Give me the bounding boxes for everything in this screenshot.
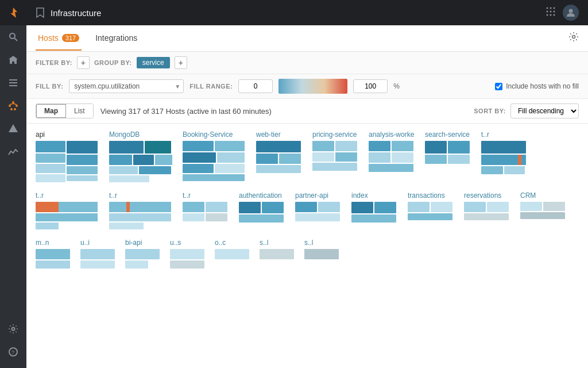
include-checkbox[interactable] <box>495 83 502 90</box>
group-index-map[interactable] <box>351 202 397 223</box>
svg-point-21 <box>572 36 575 39</box>
group-crm-label[interactable]: CRM <box>520 191 566 200</box>
group-webtier-map[interactable] <box>256 141 302 173</box>
sidebar-alerts[interactable] <box>0 117 26 140</box>
group-sl1: s..l <box>260 239 294 269</box>
group-search-label[interactable]: search-service <box>425 131 471 139</box>
group-mn-label[interactable]: m..n <box>36 239 70 247</box>
group-crm-map[interactable] <box>520 202 566 219</box>
group-sl2-map[interactable] <box>304 249 339 259</box>
svg-line-6 <box>10 103 13 105</box>
group-webtier: web-tier <box>256 131 302 182</box>
topbar: Infrastructure <box>26 0 588 25</box>
group-tr3-map[interactable] <box>109 202 172 229</box>
group-auth-label[interactable]: authentication <box>239 191 285 200</box>
group-reservations-label[interactable]: reservations <box>464 191 510 200</box>
group-analysis-label[interactable]: analysis-worke <box>369 131 415 139</box>
sort-select[interactable]: Fill descending <box>510 103 579 118</box>
sidebar-help[interactable]: ? <box>0 340 26 363</box>
group-webtier-label[interactable]: web-tier <box>256 131 302 139</box>
topbar-actions <box>546 5 579 21</box>
svg-point-19 <box>554 14 555 16</box>
group-us-label[interactable]: u..s <box>170 239 204 247</box>
group-tr3: t..r <box>109 191 172 229</box>
group-transactions-map[interactable] <box>408 202 454 220</box>
filter-by-label: FILTER BY: <box>36 59 72 66</box>
filter-add-button[interactable]: + <box>77 56 90 69</box>
svg-point-13 <box>554 7 555 9</box>
svg-point-20 <box>569 9 573 13</box>
group-tr2-label[interactable]: t..r <box>36 191 99 200</box>
group-biapi-map[interactable] <box>125 249 160 269</box>
group-ui-label[interactable]: u..i <box>80 239 115 247</box>
group-us-map[interactable] <box>170 249 204 269</box>
svg-point-15 <box>550 11 552 13</box>
sidebar-network[interactable] <box>0 94 26 117</box>
fill-gradient <box>278 79 347 94</box>
sidebar-search[interactable] <box>0 25 26 48</box>
group-search-map[interactable] <box>425 141 471 164</box>
group-booking: Booking-Service <box>183 131 246 182</box>
group-biapi-label[interactable]: bi-api <box>125 239 160 247</box>
group-add-button[interactable]: + <box>175 56 187 69</box>
group-booking-map[interactable] <box>183 141 246 181</box>
group-oc: o..c <box>215 239 249 269</box>
group-reservations-map[interactable] <box>464 202 510 220</box>
group-api-map[interactable] <box>36 141 99 182</box>
grid-icon[interactable] <box>546 6 556 19</box>
group-pricing-label[interactable]: pricing-service <box>312 131 358 139</box>
group-tr1-map[interactable] <box>481 141 527 174</box>
group-analysis-map[interactable] <box>369 141 415 172</box>
group-booking-label[interactable]: Booking-Service <box>183 131 246 139</box>
svg-point-1 <box>10 33 15 39</box>
group-partner-label[interactable]: partner-api <box>295 191 341 200</box>
group-tr1-label[interactable]: t..r <box>481 131 527 139</box>
fill-unit: % <box>393 82 400 90</box>
group-mongodb-map[interactable] <box>109 141 172 182</box>
svg-point-14 <box>547 11 548 13</box>
fill-select[interactable]: system.cpu.utilization <box>69 79 184 93</box>
group-mn-map[interactable] <box>36 249 70 269</box>
group-transactions-label[interactable]: transactions <box>408 191 454 200</box>
group-auth-map[interactable] <box>239 202 285 223</box>
group-api-label[interactable]: api <box>36 131 99 139</box>
sidebar-list[interactable] <box>0 71 26 94</box>
avatar[interactable] <box>563 5 579 21</box>
group-tr4-label[interactable]: t..r <box>183 191 229 200</box>
group-oc-label[interactable]: o..c <box>215 239 249 247</box>
group-tr2-map[interactable] <box>36 202 99 229</box>
svg-marker-0 <box>10 7 17 18</box>
fill-range-max[interactable] <box>353 79 388 93</box>
group-oc-map[interactable] <box>215 249 249 259</box>
tab-hosts[interactable]: Hosts 317 <box>36 26 82 51</box>
group-mongodb: MongoDB <box>109 131 172 182</box>
group-chip[interactable]: service <box>137 57 170 68</box>
sort-row: SORT BY: Fill descending <box>474 103 579 118</box>
view-toggle: Map List <box>36 103 94 118</box>
group-pricing-map[interactable] <box>312 141 358 171</box>
map-view-button[interactable]: Map <box>36 104 66 118</box>
fill-select-wrapper: system.cpu.utilization ▼ <box>69 79 184 93</box>
group-index-label[interactable]: index <box>351 191 397 200</box>
tab-settings-icon[interactable] <box>568 32 579 45</box>
group-mongodb-label[interactable]: MongoDB <box>109 131 172 139</box>
group-partner-map[interactable] <box>295 202 341 221</box>
sidebar-charts[interactable] <box>0 140 26 163</box>
group-sl1-label[interactable]: s..l <box>260 239 294 247</box>
include-no-fill[interactable]: Include hosts with no fill <box>495 82 579 90</box>
group-ui-map[interactable] <box>80 249 115 269</box>
list-view-button[interactable]: List <box>66 104 93 118</box>
sidebar-settings[interactable] <box>0 317 26 340</box>
group-mn: m..n <box>36 239 70 269</box>
tab-integrations[interactable]: Integrations <box>93 26 140 51</box>
group-tr3-label[interactable]: t..r <box>109 191 172 200</box>
group-pricing: pricing-service <box>312 131 358 182</box>
group-sl2-label[interactable]: s..l <box>304 239 339 247</box>
fill-range-min[interactable] <box>238 79 273 93</box>
group-tr4-map[interactable] <box>183 202 229 221</box>
svg-point-12 <box>550 7 552 9</box>
group-sl1-map[interactable] <box>260 249 294 259</box>
sidebar-home[interactable] <box>0 48 26 71</box>
bookmark-icon <box>36 7 45 18</box>
svg-point-17 <box>547 14 548 16</box>
